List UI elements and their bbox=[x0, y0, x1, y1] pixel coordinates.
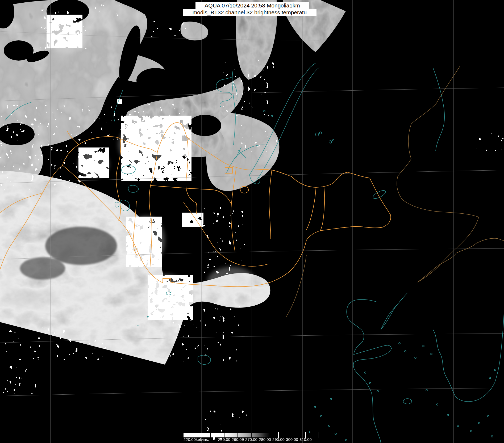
russia-china-border bbox=[397, 66, 479, 282]
colorbar-tick-label: 300.00 bbox=[286, 437, 298, 442]
border-dim-layer bbox=[286, 66, 504, 317]
image-title-line-2: modis_BT32 channel 32 brightness tempera… bbox=[183, 9, 316, 16]
bohai-shandong-coast bbox=[347, 299, 391, 443]
colorbar-tick-label: 250.00 bbox=[218, 437, 230, 442]
colorbar-tick-label: 280.00 bbox=[259, 437, 271, 442]
hulun-lake bbox=[372, 189, 386, 200]
colorbar-unit-label: 220.00kelvins bbox=[184, 437, 208, 442]
inner-mongolia-line bbox=[286, 255, 306, 317]
lake-baikal-north-tip bbox=[306, 63, 319, 77]
liaodong-peninsula bbox=[381, 293, 407, 330]
bright-glint bbox=[117, 99, 122, 104]
image-title-line-1: AQUA 07/10/2024 20:58 Mongolia1km bbox=[195, 2, 309, 9]
colorbar-gradient bbox=[184, 433, 270, 437]
khyargas-lake bbox=[128, 185, 139, 192]
nk-china-border bbox=[418, 238, 504, 282]
aimag-line-6 bbox=[306, 187, 316, 230]
colorbar-tick-label: 270.00 bbox=[245, 437, 257, 442]
satellite-map bbox=[0, 0, 504, 443]
aimag-line-10 bbox=[320, 187, 324, 231]
amur-river bbox=[433, 68, 444, 151]
colorbar-tick-label: 310.00 bbox=[299, 437, 312, 442]
colorbar-tick-label: 260.00 bbox=[232, 437, 244, 442]
colorbar-tick-label: 290.00 bbox=[272, 437, 285, 442]
jeju-island bbox=[403, 399, 412, 404]
small-lake bbox=[315, 133, 319, 136]
small-islands bbox=[309, 343, 496, 441]
satellite-image-viewport: AQUA 07/10/2024 20:58 Mongolia1km modis_… bbox=[0, 0, 504, 443]
aimag-line-5 bbox=[269, 170, 272, 239]
